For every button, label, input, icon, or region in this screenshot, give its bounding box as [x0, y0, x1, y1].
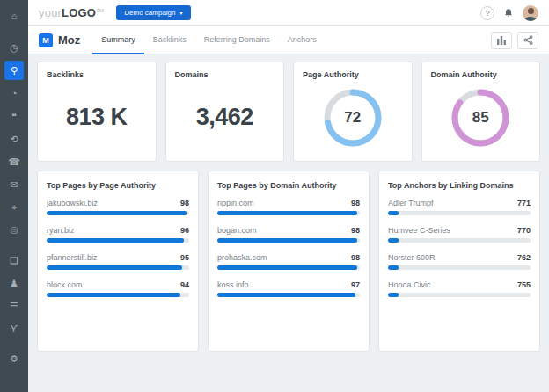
sidebar-item-cart[interactable]: ⛁ — [4, 221, 24, 240]
app-logo: yourLOGOTM — [39, 6, 104, 19]
help-button[interactable]: ? — [480, 6, 494, 20]
tab-referring-domains[interactable]: Referring Domains — [195, 26, 279, 54]
kpi-value: 3,462 — [175, 104, 275, 131]
sidebar-item-file[interactable]: ❏ — [4, 250, 24, 270]
progress-fill — [47, 238, 184, 243]
progress-fill — [217, 265, 357, 270]
chart-view-button[interactable] — [491, 32, 512, 49]
kpi-title: Page Authority — [303, 70, 403, 79]
item-value: 98 — [180, 199, 189, 207]
panel-title: Top Anchors by Linking Domains — [379, 171, 539, 199]
progress-fill — [47, 293, 180, 297]
sidebar-item-dashboard[interactable]: ◷ — [4, 38, 24, 57]
sidebar-item-phone[interactable]: ☎ — [4, 152, 24, 171]
sidebar-item-search[interactable]: ⚲ — [4, 61, 24, 80]
gauge-value: 72 — [321, 86, 384, 149]
sidebar-item-pie-chart[interactable]: ◔ — [4, 83, 24, 103]
sidebar-item-list[interactable]: ☰ — [4, 296, 24, 316]
list-item: Norster 600R762 — [388, 253, 531, 270]
progress-fill — [388, 265, 399, 270]
list-item: koss.info97 — [217, 280, 360, 297]
bell-icon — [503, 8, 514, 18]
moz-brand: M Moz — [39, 33, 80, 47]
item-label: block.com — [47, 280, 83, 289]
list-item: Adler Trumpf771 — [388, 199, 531, 215]
item-label: Norster 600R — [388, 253, 436, 262]
item-label: Humvee C-Series — [388, 226, 450, 235]
progress-track — [217, 238, 360, 243]
sidebar-item-merge[interactable]: ϒ — [4, 319, 24, 338]
report-tabs: Summary Backlinks Referring Domains Anch… — [92, 26, 326, 54]
item-label: Adler Trumpf — [388, 199, 434, 207]
search-icon: ⚲ — [11, 65, 18, 76]
sidebar-item-user[interactable]: ♟ — [4, 273, 24, 293]
progress-fill — [388, 238, 399, 243]
sidebar-item-settings[interactable]: ⚙ — [4, 349, 24, 368]
list-item: rippin.com98 — [217, 199, 360, 215]
tab-backlinks[interactable]: Backlinks — [144, 26, 195, 54]
sidebar-item-location[interactable]: ⌖ — [4, 198, 24, 217]
item-label: ryan.biz — [47, 226, 75, 235]
item-value: 770 — [517, 226, 531, 235]
share-button[interactable] — [517, 32, 538, 49]
progress-track — [217, 211, 360, 215]
header-actions: ? — [480, 5, 538, 21]
list-icon: ☰ — [10, 301, 18, 312]
campaign-label: Demo campaign — [124, 9, 175, 17]
item-value: 98 — [351, 199, 360, 207]
progress-track — [217, 293, 360, 297]
progress-track — [217, 265, 360, 270]
notifications-button[interactable] — [503, 8, 514, 18]
dashboard-content: Backlinks 813 K Domains 3,462 Page Autho… — [28, 54, 549, 392]
tab-summary[interactable]: Summary — [92, 26, 144, 54]
progress-fill — [388, 293, 399, 297]
list-item: block.com94 — [47, 280, 189, 297]
kpi-title: Backlinks — [47, 70, 147, 79]
bar-chart-icon — [497, 36, 506, 45]
progress-fill — [217, 211, 357, 215]
gauge-value: 85 — [449, 86, 512, 149]
sidebar-item-mail[interactable]: ✉ — [4, 175, 24, 194]
panel-title: Top Pages by Page Authority — [38, 171, 198, 199]
kpi-domains: Domains 3,462 — [165, 62, 285, 162]
list-item: Honda Civic755 — [388, 280, 531, 297]
settings-icon: ⚙ — [10, 353, 18, 365]
app-header: yourLOGOTM Demo campaign ▾ ? — [28, 0, 549, 26]
item-value: 95 — [180, 253, 189, 262]
kpi-title: Domain Authority — [431, 70, 531, 79]
merge-icon: ϒ — [11, 323, 18, 334]
tab-anchors[interactable]: Anchors — [279, 26, 326, 54]
progress-fill — [47, 211, 187, 215]
page-authority-gauge: 72 — [321, 86, 384, 149]
panel-title: Top Pages by Domain Authority — [209, 171, 369, 199]
file-icon: ❏ — [10, 255, 18, 266]
item-value: 762 — [517, 253, 531, 262]
user-avatar[interactable] — [523, 5, 538, 21]
sidebar-item-home[interactable]: ⌂ — [4, 6, 24, 25]
progress-track — [388, 238, 531, 243]
item-value: 94 — [180, 280, 189, 289]
chat-icon: ❝ — [11, 111, 17, 122]
item-label: jakubowski.biz — [47, 199, 98, 207]
list-item: Humvee C-Series770 — [388, 226, 531, 243]
item-label: pfannerstill.biz — [47, 253, 98, 262]
sidebar-item-chat[interactable]: ❝ — [4, 106, 24, 126]
location-icon: ⌖ — [11, 202, 17, 214]
progress-track — [47, 265, 189, 270]
progress-fill — [217, 238, 357, 243]
progress-fill — [388, 211, 399, 215]
campaign-selector-button[interactable]: Demo campaign ▾ — [116, 5, 190, 20]
item-label: rippin.com — [217, 199, 254, 207]
progress-fill — [47, 265, 182, 270]
list-item: bogan.com98 — [217, 226, 360, 243]
cart-icon: ⛁ — [10, 225, 18, 236]
sidebar-item-network[interactable]: ⟲ — [4, 129, 24, 149]
home-icon: ⌂ — [11, 11, 18, 21]
progress-track — [47, 293, 189, 297]
item-value: 98 — [351, 253, 360, 262]
progress-track — [388, 293, 531, 297]
item-value: 755 — [517, 280, 531, 289]
item-label: prohaska.com — [217, 253, 267, 262]
panel-top-pages-domain-authority: Top Pages by Domain Authority rippin.com… — [208, 171, 370, 352]
phone-icon: ☎ — [8, 156, 20, 168]
